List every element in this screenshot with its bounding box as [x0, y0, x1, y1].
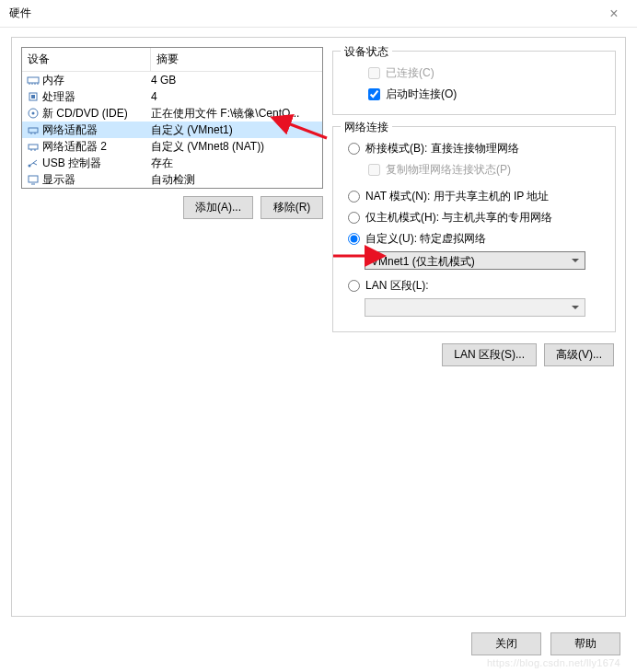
disc-icon — [26, 107, 41, 120]
device-summary: 自定义 (VMnet8 (NAT)) — [151, 139, 318, 155]
svg-rect-9 — [29, 128, 38, 133]
device-summary: 存在 — [151, 156, 318, 171]
table-row[interactable]: 网络适配器 2自定义 (VMnet8 (NAT)) — [22, 138, 322, 155]
device-list[interactable]: 内存4 GB处理器4新 CD/DVD (IDE)正在使用文件 F:\镜像\Cen… — [22, 72, 322, 188]
custom-label: 自定义(U): 特定虚拟网络 — [365, 231, 486, 247]
custom-radio[interactable] — [348, 233, 360, 245]
svg-rect-12 — [29, 145, 38, 149]
svg-rect-6 — [31, 95, 35, 98]
svg-line-17 — [33, 163, 37, 165]
device-name: 显示器 — [42, 172, 151, 188]
close-button[interactable]: 关闭 — [471, 632, 541, 655]
bridged-radio-row[interactable]: 桥接模式(B): 直接连接物理网络 — [342, 138, 606, 159]
svg-rect-18 — [29, 176, 38, 182]
memory-icon — [26, 74, 41, 87]
table-row[interactable]: 显示器自动检测 — [22, 171, 322, 188]
connect-at-poweron-row[interactable]: 启动时连接(O) — [363, 84, 606, 105]
device-summary: 正在使用文件 F:\镜像\CentO... — [151, 106, 318, 122]
custom-radio-row[interactable]: 自定义(U): 特定虚拟网络 — [342, 228, 606, 249]
connected-checkbox — [368, 67, 380, 79]
display-icon — [26, 173, 41, 186]
device-name: USB 控制器 — [42, 156, 151, 171]
table-row[interactable]: 处理器4 — [22, 88, 322, 105]
remove-button[interactable]: 移除(R) — [261, 196, 323, 219]
replicate-label: 复制物理网络连接状态(P) — [386, 162, 511, 178]
replicate-checkbox — [368, 164, 380, 176]
custom-network-dropdown[interactable]: VMnet1 (仅主机模式) — [365, 251, 585, 270]
table-row[interactable]: USB 控制器存在 — [22, 155, 322, 171]
device-status-group: 设备状态 已连接(C) 启动时连接(O) — [332, 51, 616, 115]
lan-segment-dropdown — [365, 298, 585, 317]
table-row[interactable]: 网络适配器自定义 (VMnet1) — [22, 122, 322, 138]
device-list-header: 设备 摘要 — [22, 48, 322, 72]
advanced-button[interactable]: 高级(V)... — [544, 343, 614, 366]
lan-segment-radio[interactable] — [348, 280, 360, 292]
device-name: 新 CD/DVD (IDE) — [42, 106, 151, 122]
connect-at-poweron-label: 启动时连接(O) — [386, 87, 457, 102]
nat-radio[interactable] — [348, 191, 360, 203]
svg-point-8 — [32, 112, 35, 115]
device-status-legend: 设备状态 — [341, 44, 392, 60]
nat-radio-row[interactable]: NAT 模式(N): 用于共享主机的 IP 地址 — [342, 186, 606, 207]
svg-rect-0 — [28, 77, 39, 83]
network-connection-legend: 网络连接 — [341, 120, 392, 135]
device-summary: 自动检测 — [151, 172, 318, 188]
add-button[interactable]: 添加(A)... — [183, 196, 253, 219]
table-row[interactable]: 新 CD/DVD (IDE)正在使用文件 F:\镜像\CentO... — [22, 105, 322, 122]
close-icon[interactable]: × — [600, 0, 628, 28]
help-button[interactable]: 帮助 — [550, 632, 620, 655]
hostonly-radio[interactable] — [348, 212, 360, 224]
usb-icon — [26, 156, 41, 169]
device-summary: 自定义 (VMnet1) — [151, 122, 318, 138]
hostonly-label: 仅主机模式(H): 与主机共享的专用网络 — [365, 210, 552, 226]
content-frame: 设备 摘要 内存4 GB处理器4新 CD/DVD (IDE)正在使用文件 F:\… — [11, 37, 626, 617]
lan-segments-button[interactable]: LAN 区段(S)... — [442, 343, 537, 366]
device-name: 网络适配器 — [42, 122, 151, 138]
device-name: 网络适配器 2 — [42, 139, 151, 155]
nat-label: NAT 模式(N): 用于共享主机的 IP 地址 — [365, 189, 549, 204]
lan-segment-label: LAN 区段(L): — [365, 278, 429, 294]
connected-checkbox-row[interactable]: 已连接(C) — [363, 63, 606, 84]
bridged-label: 桥接模式(B): 直接连接物理网络 — [365, 141, 519, 156]
replicate-checkbox-row: 复制物理网络连接状态(P) — [363, 159, 606, 180]
cpu-icon — [26, 90, 41, 103]
device-name: 处理器 — [42, 89, 151, 105]
column-device[interactable]: 设备 — [22, 48, 151, 71]
connected-label: 已连接(C) — [386, 65, 434, 81]
network-icon — [26, 140, 41, 153]
watermark: https://blog.csdn.net/lly1674 — [487, 657, 620, 668]
title-bar: 硬件 × — [0, 0, 637, 28]
column-summary[interactable]: 摘要 — [151, 48, 322, 71]
network-icon — [26, 123, 41, 136]
bridged-radio[interactable] — [348, 143, 360, 155]
table-row[interactable]: 内存4 GB — [22, 72, 322, 88]
lan-segment-radio-row[interactable]: LAN 区段(L): — [342, 275, 606, 296]
window-title: 硬件 — [9, 6, 600, 21]
custom-network-value: VMnet1 (仅主机模式) — [371, 255, 475, 268]
hostonly-radio-row[interactable]: 仅主机模式(H): 与主机共享的专用网络 — [342, 207, 606, 228]
device-summary: 4 — [151, 90, 318, 103]
device-list-panel: 设备 摘要 内存4 GB处理器4新 CD/DVD (IDE)正在使用文件 F:\… — [21, 47, 323, 189]
device-name: 内存 — [42, 73, 151, 88]
network-connection-group: 网络连接 桥接模式(B): 直接连接物理网络 复制物理网络连接状态(P) NAT… — [332, 126, 616, 332]
device-summary: 4 GB — [151, 74, 318, 87]
connect-at-poweron-checkbox[interactable] — [368, 88, 380, 100]
